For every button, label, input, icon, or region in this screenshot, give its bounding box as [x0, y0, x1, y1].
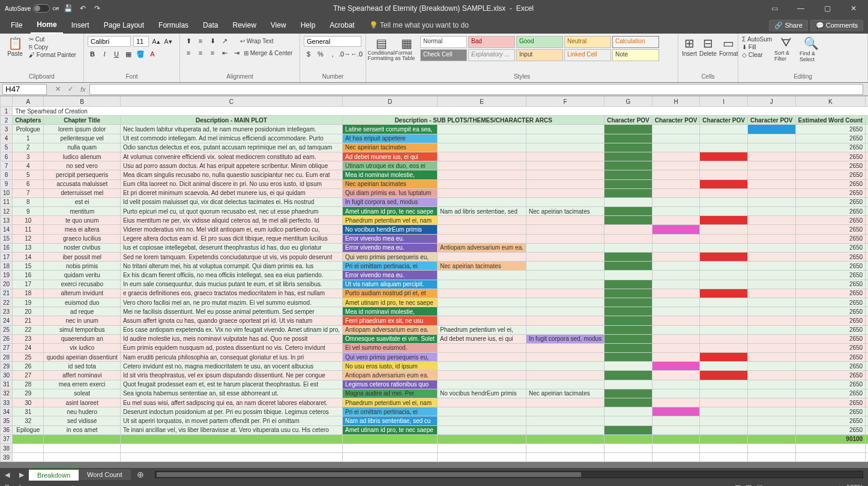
share-button[interactable]: 🔗 Share [769, 20, 807, 31]
tab-insert[interactable]: Insert [65, 17, 95, 33]
tab-acrobat[interactable]: Acrobat [324, 17, 360, 33]
tab-data[interactable]: Data [197, 17, 224, 33]
tab-file[interactable]: File [5, 17, 28, 33]
table-row[interactable]: 29 26 id sed tota Cetero invidunt est no… [1, 362, 869, 371]
close-icon[interactable]: ✕ [844, 0, 863, 17]
fx-icon[interactable]: fx [77, 86, 89, 93]
table-row[interactable]: 20 17 exerci recusabo In eum sale conseq… [1, 280, 869, 289]
tab-formulas[interactable]: Formulas [152, 17, 194, 33]
align-bot-icon[interactable]: ⬇ [208, 36, 217, 46]
view-normal-icon[interactable]: ▦ [735, 484, 741, 487]
dec-decimal-icon[interactable]: ←.0 [352, 49, 361, 59]
align-center-icon[interactable]: ≡ [196, 48, 205, 58]
table-row[interactable]: 33 30 asint laoreet Eu mel suas wisi, af… [1, 398, 869, 407]
tab-help[interactable]: Help [295, 17, 322, 33]
col-header[interactable]: B [44, 97, 120, 107]
table-row[interactable]: 32 29 soleat Sea ignota habemus sententi… [1, 389, 869, 398]
table-row[interactable]: 16 13 noster civibus Ius et copiosae int… [1, 243, 869, 252]
table-row[interactable]: 12 9 mentitum Purto epicuri mel cu, ut q… [1, 207, 869, 216]
find-select-button[interactable]: 🔍Find & Select [800, 36, 822, 62]
cell-styles-gallery[interactable]: Normal Bad Good Neutral Calculation Chec… [420, 36, 659, 61]
undo-icon[interactable]: ↶ [78, 4, 88, 13]
col-header[interactable]: J [747, 97, 795, 107]
view-layout-icon[interactable]: ▥ [746, 484, 752, 487]
ribbon-options-icon[interactable]: ▭ [765, 0, 784, 17]
table-row[interactable]: 7 4 no sed vero Usu ad porro assum doctu… [1, 161, 869, 170]
indent-dec-icon[interactable]: ⇤ [220, 48, 229, 58]
cut-button[interactable]: ✂ Cut [29, 36, 76, 43]
shrink-font-icon[interactable]: A▾ [163, 37, 173, 46]
table-row[interactable]: 17 14 iber possit mel Sed ne lorem tamqu… [1, 253, 869, 262]
font-size[interactable] [133, 36, 149, 47]
percent-icon[interactable]: % [316, 49, 325, 59]
bold-icon[interactable]: B [88, 49, 97, 59]
fill-button[interactable]: ⬇ Fill [742, 44, 772, 50]
table-row[interactable]: 34 31 neu hudero Deserunt indoctum posid… [1, 407, 869, 416]
copy-button[interactable]: ⎘ Copy [29, 44, 76, 50]
autosum-button[interactable]: Σ AutoSum [742, 36, 772, 43]
sheet-tab-active[interactable]: Breakdown [29, 469, 79, 481]
align-mid-icon[interactable]: ≡ [196, 36, 205, 46]
redo-icon[interactable]: ↷ [92, 4, 102, 13]
minimize-icon[interactable]: — [791, 0, 810, 17]
table-row[interactable]: 9 6 accusata maluisset Eum clita laoreet… [1, 179, 869, 188]
align-right-icon[interactable]: ≡ [208, 48, 217, 58]
maximize-icon[interactable]: ▢ [818, 0, 837, 17]
fx-cancel-icon[interactable]: ✕ [52, 85, 64, 93]
tab-pagelayout[interactable]: Page Layout [98, 17, 150, 33]
table-row[interactable]: 14 11 mea ei altera Viderer moderatius v… [1, 225, 869, 234]
paste-button[interactable]: 📋Paste [4, 36, 26, 57]
tab-nav-prev-icon[interactable]: ◀ [0, 471, 14, 479]
align-left-icon[interactable]: ≡ [184, 48, 193, 58]
align-top-icon[interactable]: ⬆ [184, 36, 193, 46]
table-row[interactable]: 5 2 nulla quam Odio sanctus delectus et … [1, 143, 869, 152]
orientation-icon[interactable]: ↗ [220, 36, 229, 46]
col-header[interactable]: D [343, 97, 438, 107]
font-name[interactable] [88, 36, 131, 47]
table-row[interactable]: 36 Epilogue in eos amet Te inani ancilla… [1, 425, 869, 434]
table-row[interactable]: 11 8 est ei Id velit possim maluisset qu… [1, 197, 869, 206]
table-row[interactable]: 26 23 quaerendum an Id audire molestie i… [1, 334, 869, 343]
col-header[interactable]: C [120, 97, 342, 107]
delete-cells-button[interactable]: ⊟Delete [699, 36, 717, 57]
tellme[interactable]: 💡 Tell me what you want to do [363, 17, 475, 33]
view-break-icon[interactable]: ▤ [756, 484, 762, 487]
currency-icon[interactable]: $ [304, 49, 313, 59]
wrap-text-button[interactable]: ↩ Wrap Text [240, 38, 273, 44]
horizontal-scrollbar[interactable] [155, 471, 863, 478]
fx-enter-icon[interactable]: ✓ [64, 85, 77, 93]
worksheet[interactable]: ABCDEFGHIJKLM1The Spearhead of Creation2… [0, 96, 868, 468]
format-painter-button[interactable]: 🖌 Format Painter [29, 52, 76, 58]
table-row[interactable]: 22 19 euismod duo Vero choro facilisi me… [1, 298, 869, 307]
tab-view[interactable]: View [265, 17, 292, 33]
borders-icon[interactable]: ▦ [124, 49, 133, 59]
col-header[interactable]: L [866, 97, 868, 107]
name-box[interactable] [2, 84, 47, 95]
autosave-toggle[interactable]: AutoSave Off [5, 4, 59, 13]
table-row[interactable]: 19 16 quidam veritu Ex his dicam fierent… [1, 271, 869, 280]
col-header[interactable]: G [604, 97, 653, 107]
format-as-table-button[interactable]: ▦Format as Table [395, 36, 418, 61]
table-row[interactable]: 25 22 simul temporibus Eos case antiopam… [1, 325, 869, 334]
table-row[interactable]: 10 7 deterruisset mel Et pri diceret min… [1, 188, 869, 197]
sheet-tab-other[interactable]: Word Count [79, 469, 131, 480]
col-header[interactable]: K [795, 97, 866, 107]
table-row[interactable]: 31 28 mea errem exerci Quot feugait prod… [1, 380, 869, 389]
insert-cells-button[interactable]: ⊞Insert [682, 36, 697, 57]
underline-icon[interactable]: U [112, 49, 121, 59]
col-header[interactable]: A [13, 97, 44, 107]
conditional-formatting-button[interactable]: ▤Conditional Formatting [370, 36, 393, 61]
new-sheet-icon[interactable]: ⊕ [131, 470, 150, 479]
table-row[interactable]: 13 10 te quo unum Eius mentitum ne per, … [1, 216, 869, 225]
table-row[interactable]: 35 32 sed vidisse Ut sit aperiri torquat… [1, 416, 869, 425]
table-row[interactable]: 30 27 affert nominavi Id sit viris theop… [1, 371, 869, 380]
zoom-level[interactable]: 100% [846, 484, 863, 486]
table-row[interactable]: 28 25 quodsi apeirian dissentiunt Nam er… [1, 353, 869, 362]
fill-color-icon[interactable]: 🪣 [136, 49, 145, 59]
comma-icon[interactable]: , [328, 49, 337, 59]
save-icon[interactable]: 💾 [64, 4, 73, 13]
tab-home[interactable]: Home [31, 17, 62, 34]
table-row[interactable]: 21 18 alterum invidunt e graecis definit… [1, 289, 869, 298]
col-header[interactable]: H [652, 97, 700, 107]
grow-font-icon[interactable]: A▴ [151, 37, 161, 46]
